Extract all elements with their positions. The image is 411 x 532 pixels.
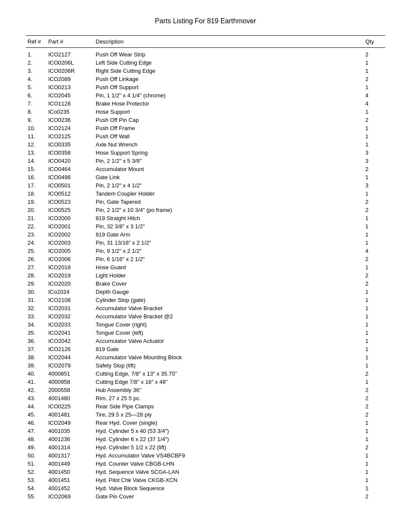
table-row: 32.ICO2031Accumulator Valve Bracket1 (26, 304, 385, 312)
cell-qty: 2 (364, 370, 385, 378)
cell-qty: 1 (364, 124, 385, 132)
cell-ref: 24. (26, 239, 47, 247)
table-row: 41.4000958Cutting Edge 7/8" x 16" x 48"1 (26, 378, 385, 386)
cell-part: ICO0206R (47, 67, 94, 75)
table-row: 28.ICO2019Light Holder2 (26, 271, 385, 280)
cell-description: Depth Gauge (94, 288, 364, 296)
cell-qty: 2 (364, 48, 385, 59)
cell-ref: 32. (26, 304, 47, 312)
cell-qty: 2 (364, 165, 385, 173)
cell-part: ICO2019 (47, 271, 94, 280)
cell-ref: 42. (26, 386, 47, 394)
cell-part: 4001481 (47, 411, 94, 419)
cell-description: Accumulator Valve Bracket @2 (94, 312, 364, 320)
cell-qty: 1 (364, 468, 385, 476)
cell-description: Hose Support Spring (94, 149, 364, 157)
cell-qty: 1 (364, 132, 385, 140)
cell-description: Hose Support (94, 108, 364, 116)
table-row: 53.4001451Hyd. Pilot Chk Valve CKGB-XCN1 (26, 476, 385, 484)
cell-qty: 2 (364, 198, 385, 206)
table-row: 19.ICO0523Pin, Gate Tapered2 (26, 198, 385, 206)
cell-description: Accumulator Valve Mounting Block (94, 353, 364, 361)
cell-qty: 1 (364, 378, 385, 386)
table-row: 20.ICO0525Pin, 2 1/2" x 10 3/4" (po fram… (26, 206, 385, 214)
cell-description: Pin, 2 1/2" x 10 3/4" (po frame) (94, 206, 364, 214)
cell-part: ICO2032 (47, 312, 94, 320)
cell-part: ICO0523 (47, 198, 94, 206)
cell-description: Hyd. Cylinder 6 x 22 (37 1/4") (94, 435, 364, 443)
table-row: 30.ICo2024Depth Gauge1 (26, 288, 385, 296)
cell-ref: 34. (26, 320, 47, 329)
table-row: 49.4001314Hyd. Cylinder 5 1/2 x 22 (lift… (26, 443, 385, 451)
table-row: 21.ICO2000819 Straight Hitch1 (26, 214, 385, 222)
cell-ref: 33. (26, 312, 47, 320)
cell-description: Rim, 27 x 25 5 pc. (94, 394, 364, 402)
cell-qty: 1 (364, 435, 385, 443)
cell-ref: 23. (26, 230, 47, 239)
cell-qty: 1 (364, 296, 385, 304)
table-row: 43.4001480Rim, 27 x 25 5 pc.2 (26, 394, 385, 402)
cell-description: Hyd. Cylinder 5 1/2 x 22 (lift) (94, 443, 364, 451)
cell-ref: 2. (26, 59, 47, 67)
cell-qty: 2 (364, 280, 385, 288)
cell-qty: 2 (364, 271, 385, 280)
cell-ref: 16. (26, 173, 47, 181)
cell-qty: 2 (364, 386, 385, 394)
table-row: 38.ICO2044Accumulator Valve Mounting Blo… (26, 353, 385, 361)
cell-part: ICO2079 (47, 361, 94, 370)
cell-part: ICO2001 (47, 222, 94, 230)
cell-part: ICO0420 (47, 157, 94, 165)
cell-description: Brake Hose Protector (94, 100, 364, 108)
table-row: 26.ICO2006Pin, 6 1/16" x 2 1/2"2 (26, 255, 385, 263)
header-qty: Qty (364, 36, 385, 48)
cell-part: ICO2033 (47, 320, 94, 329)
cell-description: Right Side Cutting Edge (94, 67, 364, 75)
cell-ref: 46. (26, 419, 47, 427)
cell-part: 4001317 (47, 451, 94, 460)
cell-ref: 45. (26, 411, 47, 419)
cell-description: Brake Cover (94, 280, 364, 288)
cell-part: 4001035 (47, 427, 94, 435)
cell-ref: 54. (26, 484, 47, 492)
cell-description: Pin, 9 1/2" x 2 1/2" (94, 247, 364, 255)
cell-part: ICO2042 (47, 337, 94, 345)
cell-qty: 1 (364, 108, 385, 116)
cell-part: ICo0235 (47, 108, 94, 116)
cell-ref: 50. (26, 451, 47, 460)
cell-qty: 2 (364, 443, 385, 451)
cell-part: 4000958 (47, 378, 94, 386)
cell-description: Cutting Edge, 7/8" x 13" x 35.75" (94, 370, 364, 378)
cell-description: Pin, Gate Tapered (94, 198, 364, 206)
cell-part: ICO2126 (47, 345, 94, 353)
cell-part: ICO2069 (47, 492, 94, 501)
cell-description: Push Off Linkage (94, 75, 364, 83)
cell-qty: 1 (364, 353, 385, 361)
cell-part: ICO2018 (47, 263, 94, 271)
cell-description: Accumulator Mount (94, 165, 364, 173)
cell-part: 4001480 (47, 394, 94, 402)
cell-part: ICO2108 (47, 296, 94, 304)
table-row: 47.4001035Hyd. Cylinder 5 x 40 (53 3/4")… (26, 427, 385, 435)
cell-ref: 39. (26, 361, 47, 370)
cell-description: Pin, 2 1/2" x 4 1/2" (94, 181, 364, 190)
cell-qty: 1 (364, 214, 385, 222)
table-row: 45.4001481Tire, 29.5 x 25—28 ply2 (26, 411, 385, 419)
cell-description: Hyd. Valve Block Sequence (94, 484, 364, 492)
cell-qty: 1 (364, 230, 385, 239)
table-row: 29.ICO2020Brake Cover2 (26, 280, 385, 288)
table-row: 31.ICO2108Cylinder Stop (gate)1 (26, 296, 385, 304)
cell-part: ICO2000 (47, 214, 94, 222)
cell-ref: 25. (26, 247, 47, 255)
cell-qty: 4 (364, 247, 385, 255)
table-row: 5.ICO0213Push Off Support1 (26, 83, 385, 91)
cell-description: Tongue Cover (left) (94, 329, 364, 337)
table-row: 18.ICO0512Tandem Coupler Holder1 (26, 190, 385, 198)
cell-part: ICO0236 (47, 116, 94, 124)
cell-part: ICO2124 (47, 124, 94, 132)
cell-description: Safety Stop (lift) (94, 361, 364, 370)
table-row: 50.4001317Hyd. Accumulator Valve VS4BCBF… (26, 451, 385, 460)
cell-part: ICO0464 (47, 165, 94, 173)
cell-ref: 6. (26, 91, 47, 100)
cell-ref: 30. (26, 288, 47, 296)
cell-qty: 1 (364, 320, 385, 329)
